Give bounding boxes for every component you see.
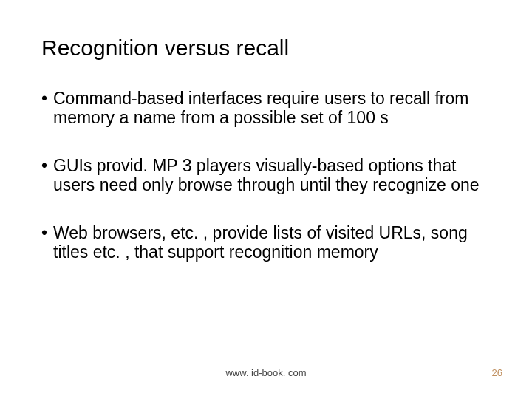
- bullet-list: Command-based interfaces require users t…: [41, 89, 491, 262]
- list-item: Command-based interfaces require users t…: [41, 89, 491, 128]
- footer: www. id-book. com 26: [0, 367, 532, 378]
- footer-url: www. id-book. com: [0, 367, 532, 378]
- slide: Recognition versus recall Command-based …: [0, 0, 532, 399]
- page-number: 26: [492, 367, 502, 378]
- list-item: GUIs provid. MP 3 players visually-based…: [41, 156, 491, 195]
- slide-title: Recognition versus recall: [41, 35, 491, 61]
- list-item: Web browsers, etc. , provide lists of vi…: [41, 223, 491, 262]
